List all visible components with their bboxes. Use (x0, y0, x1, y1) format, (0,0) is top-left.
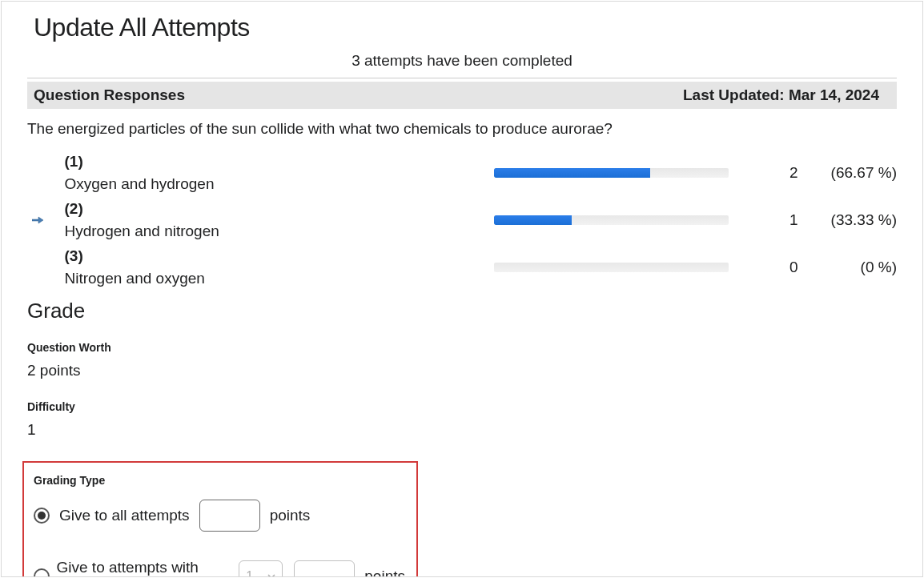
difficulty-value: 1 (2, 416, 922, 447)
response-percent: (0 %) (798, 259, 897, 276)
response-bar-fill (494, 215, 572, 225)
response-row: (2) Hydrogen and nitrogen 1 (33.33 %) (27, 196, 897, 243)
section-header-right: Last Updated: Mar 14, 2024 (683, 86, 879, 104)
response-text: (1) Oxygen and hydrogen (65, 151, 494, 195)
response-answer: Hydrogen and nitrogen (65, 223, 219, 239)
page-title: Update All Attempts (2, 2, 922, 49)
question-worth-label: Question Worth (2, 328, 922, 357)
response-bar (494, 263, 729, 272)
points-unit: points (364, 568, 405, 577)
grade-heading: Grade (2, 291, 922, 328)
question-worth-value: 2 points (2, 357, 922, 387)
question-responses-header: Question Responses Last Updated: Mar 14,… (27, 82, 897, 109)
radio-all-attempts-wrapper[interactable] (34, 508, 58, 524)
grading-option-all-attempts: Give to all attempts points (34, 500, 405, 532)
response-row: (3) Nitrogen and oxygen 0 (0 %) (27, 243, 897, 291)
points-unit: points (270, 507, 311, 524)
radio-all-attempts[interactable] (34, 508, 50, 524)
response-text: (2) Hydrogen and nitrogen (65, 198, 494, 242)
grading-type-title: Grading Type (34, 474, 405, 500)
response-count: 2 (729, 164, 798, 182)
page-container: Update All Attempts 3 attempts have been… (1, 1, 923, 577)
answer-select[interactable]: 1 (239, 560, 283, 577)
response-percent: (33.33 %) (798, 211, 897, 229)
answer-select-value: 1 (246, 569, 253, 577)
arrow-right-icon (32, 216, 43, 224)
attempts-summary: 3 attempts have been completed (2, 49, 922, 78)
response-percent: (66.67 %) (798, 164, 897, 182)
grading-option-all-label: Give to all attempts (58, 507, 199, 524)
section-header-left: Question Responses (34, 86, 185, 104)
responses-container: (1) Oxygen and hydrogen 2 (66.67 %) (2) … (2, 149, 922, 291)
response-number: (3) (65, 247, 83, 264)
grading-option-answer-label: Give to attempts with answer (55, 559, 239, 577)
response-answer: Nitrogen and oxygen (65, 270, 205, 287)
with-answer-points-input[interactable] (294, 560, 355, 577)
all-attempts-points-input[interactable] (199, 500, 260, 532)
response-text: (3) Nitrogen and oxygen (65, 245, 494, 289)
response-number: (1) (65, 153, 83, 170)
radio-with-answer-wrapper[interactable] (34, 568, 55, 577)
response-indicator (27, 216, 65, 224)
difficulty-label: Difficulty (2, 387, 922, 416)
response-count: 1 (729, 211, 798, 229)
response-bar-fill (494, 168, 650, 178)
response-number: (2) (65, 200, 83, 217)
radio-with-answer[interactable] (34, 568, 50, 577)
response-bar (494, 215, 729, 225)
grading-option-with-answer: Give to attempts with answer 1 points (34, 559, 405, 577)
grading-type-box: Grading Type Give to all attempts points… (22, 461, 418, 577)
response-bar (494, 168, 729, 178)
response-row: (1) Oxygen and hydrogen 2 (66.67 %) (27, 149, 897, 196)
question-text: The energized particles of the sun colli… (2, 109, 922, 149)
response-count: 0 (729, 259, 798, 276)
response-answer: Oxygen and hydrogen (65, 175, 215, 192)
chevron-down-icon (267, 574, 275, 577)
divider (27, 78, 897, 78)
